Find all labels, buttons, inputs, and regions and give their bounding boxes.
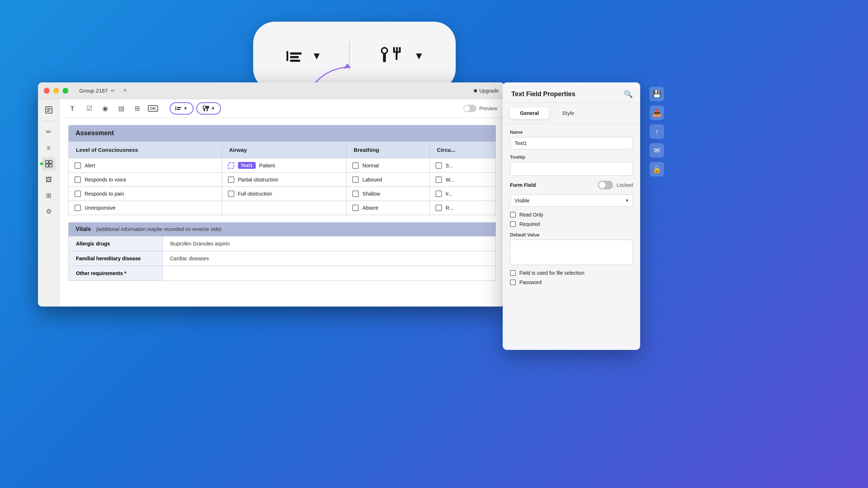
form-field-row: Form Field Locked xyxy=(510,181,633,189)
read-only-checkbox[interactable] xyxy=(510,212,516,218)
cell-normal: Normal xyxy=(346,158,430,173)
form-content: Assessment Level of Consciousness Airway… xyxy=(60,118,505,288)
label-hereditary: Familial hereditary disease xyxy=(69,251,163,266)
toolbar-radio-icon[interactable]: ◉ xyxy=(99,102,112,115)
password-checkbox[interactable] xyxy=(510,279,516,285)
col-consciousness: Level of Consciousness xyxy=(69,142,222,158)
password-row: Password xyxy=(510,279,633,285)
svg-rect-5 xyxy=(383,53,386,62)
checkbox-laboured[interactable] xyxy=(352,176,359,183)
text1-badge: Text1 xyxy=(238,162,256,169)
cell-r: R... xyxy=(430,201,496,215)
required-label: Required xyxy=(519,221,540,227)
svg-rect-8 xyxy=(399,47,401,52)
edit-icon[interactable]: ✏ xyxy=(111,88,115,94)
assessment-section: Assessment Level of Consciousness Airway… xyxy=(68,125,496,215)
visible-select[interactable]: Visible Hidden xyxy=(510,194,633,207)
label-shallow: Shallow xyxy=(362,191,380,197)
value-hereditary[interactable]: Cardiac diseases xyxy=(163,251,496,266)
svg-rect-17 xyxy=(49,160,52,163)
toolbar-checkbox-icon[interactable]: ☑ xyxy=(83,102,96,115)
checkbox-full[interactable] xyxy=(228,191,234,197)
checkbox-partial[interactable] xyxy=(228,176,234,183)
cell-patient: Text1 Patient xyxy=(222,158,346,173)
svg-rect-13 xyxy=(47,108,51,109)
align-pill-button[interactable]: ▼ xyxy=(170,102,193,115)
cell-partial: Partial obstruction xyxy=(222,173,346,187)
svg-text:T: T xyxy=(71,106,74,112)
sidebar-icon-forms[interactable] xyxy=(42,157,55,170)
file-selection-label: Field is used for file selection xyxy=(519,270,584,276)
rp-body: Name Text1 Tooltip Form Field Locked Vis… xyxy=(503,124,640,291)
file-selection-checkbox[interactable] xyxy=(510,270,516,276)
checkbox-r[interactable] xyxy=(435,205,442,211)
svg-marker-11 xyxy=(344,63,351,69)
svg-rect-29 xyxy=(206,108,209,108)
checkbox-patient[interactable] xyxy=(228,162,234,169)
label-absent: Absent xyxy=(362,205,378,211)
label-full: Full obstruction xyxy=(238,191,272,197)
visible-select-wrapper: Visible Hidden ▼ xyxy=(510,194,633,207)
checkbox-shallow[interactable] xyxy=(352,191,359,197)
sidebar-icon-text[interactable]: ✏ xyxy=(42,125,55,138)
ri-icon-lock[interactable]: 🔒 xyxy=(650,162,664,176)
minimize-button[interactable] xyxy=(53,88,59,94)
rp-search-icon[interactable]: 🔍 xyxy=(624,90,633,98)
label-other: Other requirements * xyxy=(69,266,163,281)
cell-shallow: Shallow xyxy=(346,187,430,201)
sidebar-icon-list[interactable]: ≡ xyxy=(42,141,55,154)
sidebar-icon-pages[interactable] xyxy=(42,103,55,116)
close-button[interactable] xyxy=(44,88,50,94)
sidebar-icon-settings[interactable]: ⚙ xyxy=(42,205,55,218)
value-allergic[interactable]: Ibuprofen Granules aspirin xyxy=(163,236,496,251)
cell-laboured: Laboued xyxy=(346,173,430,187)
svg-rect-15 xyxy=(47,111,50,112)
checkbox-unresponsive[interactable] xyxy=(75,205,81,211)
label-r: R... xyxy=(446,205,454,211)
name-input[interactable]: Text1 xyxy=(510,137,633,149)
table-row: Alert Text1 Patient xyxy=(69,158,496,173)
tab-title: Group 2187 ✏ xyxy=(79,87,115,94)
checkbox-normal[interactable] xyxy=(352,162,359,169)
checkbox-voice[interactable] xyxy=(75,176,81,183)
label-alert: Alert xyxy=(85,163,95,168)
checkbox-absent[interactable] xyxy=(352,205,359,211)
ri-icon-share[interactable]: ↑ xyxy=(650,124,664,139)
ri-icon-download[interactable]: 📥 xyxy=(650,106,664,120)
checkbox-s[interactable] xyxy=(435,162,442,169)
maximize-button[interactable] xyxy=(63,88,68,94)
ri-icon-mail[interactable]: ✉ xyxy=(650,143,664,158)
tab-style[interactable]: Style xyxy=(552,107,584,119)
upgrade-button[interactable]: ■ Upgrade xyxy=(474,87,499,94)
align-pill-chevron: ▼ xyxy=(183,106,188,111)
default-value-textarea[interactable] xyxy=(510,240,633,265)
tools-pill-button[interactable]: ▼ xyxy=(196,102,221,115)
label-allergic: Allergic drugs xyxy=(69,236,163,251)
tab-general[interactable]: General xyxy=(510,107,549,119)
checkbox-w[interactable] xyxy=(435,176,442,183)
new-tab-button[interactable]: + xyxy=(123,87,127,94)
sidebar-icon-images[interactable]: 🖼 xyxy=(42,173,55,186)
toolbar-table-icon[interactable]: ▤ xyxy=(115,102,128,115)
svg-rect-10 xyxy=(396,53,397,60)
checkbox-pain[interactable] xyxy=(75,191,81,197)
name-field-group: Name Text1 xyxy=(510,129,633,149)
locked-toggle[interactable] xyxy=(598,181,613,189)
visible-select-group: Visible Hidden ▼ xyxy=(510,194,633,207)
preview-switch[interactable] xyxy=(463,105,476,112)
preview-toggle[interactable]: Preview xyxy=(463,105,497,112)
checkbox-alert[interactable] xyxy=(75,162,81,169)
required-checkbox[interactable] xyxy=(510,221,516,227)
value-other[interactable] xyxy=(163,266,496,281)
vitals-table: Allergic drugs Ibuprofen Granules aspiri… xyxy=(68,236,496,281)
ri-icon-save[interactable]: 💾 xyxy=(650,87,664,101)
tooltip-input[interactable] xyxy=(510,162,633,176)
svg-rect-14 xyxy=(47,110,51,110)
toolbar-grid-icon[interactable]: ⊞ xyxy=(131,102,144,115)
toolbar-ok-icon[interactable]: OK xyxy=(146,102,159,115)
tools-chevron[interactable]: ▼ xyxy=(414,50,424,62)
vitals-header: Vitals (additional information maybe rec… xyxy=(68,222,496,236)
toolbar-text-icon[interactable]: T xyxy=(67,102,80,115)
sidebar-icon-layers[interactable]: ⊞ xyxy=(42,189,55,202)
checkbox-ir[interactable] xyxy=(435,191,442,197)
